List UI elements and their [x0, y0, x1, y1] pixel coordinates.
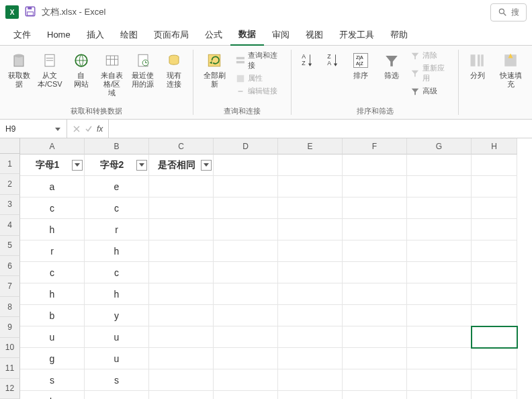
- filter-dropdown-icon[interactable]: [136, 160, 147, 171]
- cell-A12[interactable]: k: [20, 391, 85, 399]
- cell-B11[interactable]: s: [85, 369, 149, 391]
- cell-C5[interactable]: [149, 240, 214, 262]
- cell-D3[interactable]: [214, 197, 278, 219]
- cell-E3[interactable]: [278, 197, 343, 219]
- cell-E1[interactable]: [278, 154, 343, 176]
- cell-G8[interactable]: [407, 305, 472, 326]
- cell-C9[interactable]: [149, 326, 214, 348]
- cell-G12[interactable]: [407, 391, 472, 399]
- cell-B6[interactable]: c: [85, 262, 149, 283]
- cell-E5[interactable]: [278, 240, 343, 262]
- cell-D2[interactable]: [214, 176, 278, 197]
- cell-G3[interactable]: [407, 197, 472, 219]
- menu-公式[interactable]: 公式: [197, 25, 230, 45]
- menu-Home[interactable]: Home: [39, 26, 79, 44]
- save-icon[interactable]: [24, 5, 36, 19]
- cell-C7[interactable]: [149, 283, 214, 305]
- cell-E10[interactable]: [278, 348, 343, 369]
- sort-desc-button[interactable]: ZA: [321, 48, 345, 73]
- cell-C1[interactable]: 是否相同: [149, 154, 214, 176]
- cell-G1[interactable]: [407, 154, 472, 176]
- cell-E7[interactable]: [278, 283, 343, 305]
- cell-G7[interactable]: [407, 283, 472, 305]
- cell-G9[interactable]: [407, 326, 472, 348]
- ribbon-btn-2[interactable]: 自网站: [66, 48, 96, 91]
- cell-H12[interactable]: [472, 391, 517, 399]
- cell-E8[interactable]: [278, 305, 343, 326]
- ribbon-btn-1[interactable]: 从文本/CSV: [35, 48, 65, 91]
- flash-fill-button[interactable]: 快速填充: [494, 48, 528, 91]
- cell-C11[interactable]: [149, 369, 214, 391]
- cell-B9[interactable]: u: [85, 326, 149, 348]
- cell-G2[interactable]: [407, 176, 472, 197]
- ribbon-btn-3[interactable]: 来自表格/区域: [97, 48, 127, 101]
- cell-F10[interactable]: [343, 348, 407, 369]
- refresh-all-button[interactable]: 全部刷新: [197, 48, 232, 91]
- col-header[interactable]: D: [214, 138, 278, 154]
- filter-button[interactable]: 筛选: [377, 48, 406, 83]
- cell-F9[interactable]: [343, 326, 407, 348]
- col-header[interactable]: F: [343, 138, 407, 154]
- cell-C2[interactable]: [149, 176, 214, 197]
- cell-A1[interactable]: 字母1: [20, 154, 85, 176]
- col-header[interactable]: A: [20, 138, 85, 154]
- cell-B2[interactable]: e: [85, 176, 149, 197]
- cell-E12[interactable]: [278, 391, 343, 399]
- cell-D5[interactable]: [214, 240, 278, 262]
- cell-D1[interactable]: [214, 154, 278, 176]
- cell-A6[interactable]: c: [20, 262, 85, 283]
- cell-E11[interactable]: [278, 369, 343, 391]
- ribbon-btn-5[interactable]: 现有连接: [159, 48, 189, 91]
- cell-D9[interactable]: [214, 326, 278, 348]
- cell-D6[interactable]: [214, 262, 278, 283]
- col-header[interactable]: B: [85, 138, 149, 154]
- cell-H1[interactable]: [472, 154, 517, 176]
- formula-bar[interactable]: [108, 120, 532, 138]
- cell-F7[interactable]: [343, 283, 407, 305]
- menu-数据[interactable]: 数据: [230, 24, 264, 46]
- cell-F3[interactable]: [343, 197, 407, 219]
- cell-F6[interactable]: [343, 262, 407, 283]
- cell-A3[interactable]: c: [20, 197, 85, 219]
- menu-审阅[interactable]: 审阅: [264, 25, 298, 45]
- cell-E2[interactable]: [278, 176, 343, 197]
- cell-A11[interactable]: s: [20, 369, 85, 391]
- cell-H7[interactable]: [472, 283, 517, 305]
- cell-B5[interactable]: h: [85, 240, 149, 262]
- cell-F1[interactable]: [343, 154, 407, 176]
- cell-C6[interactable]: [149, 262, 214, 283]
- row-header[interactable]: 4: [0, 215, 20, 235]
- cell-F2[interactable]: [343, 176, 407, 197]
- cell-A5[interactable]: r: [20, 240, 85, 262]
- row-header[interactable]: 2: [0, 174, 20, 194]
- cell-G4[interactable]: [407, 219, 472, 240]
- row-header[interactable]: 8: [0, 297, 20, 317]
- cell-D10[interactable]: [214, 348, 278, 369]
- menu-开发工具[interactable]: 开发工具: [331, 25, 382, 45]
- cell-G10[interactable]: [407, 348, 472, 369]
- cell-E9[interactable]: [278, 326, 343, 348]
- cell-C4[interactable]: [149, 219, 214, 240]
- cell-H8[interactable]: [472, 305, 517, 326]
- menu-页面布局[interactable]: 页面布局: [146, 25, 197, 45]
- cell-G11[interactable]: [407, 369, 472, 391]
- cell-H11[interactable]: [472, 369, 517, 391]
- cell-C3[interactable]: [149, 197, 214, 219]
- cell-E4[interactable]: [278, 219, 343, 240]
- cell-F8[interactable]: [343, 305, 407, 326]
- fx-label[interactable]: fx: [97, 124, 103, 134]
- filter-dropdown-icon[interactable]: [201, 160, 212, 171]
- cell-D8[interactable]: [214, 305, 278, 326]
- cell-G6[interactable]: [407, 262, 472, 283]
- cell-H2[interactable]: [472, 176, 517, 197]
- queries-connections-button[interactable]: 查询和连接: [233, 50, 287, 71]
- sort-asc-button[interactable]: AZ: [296, 48, 319, 73]
- col-header[interactable]: G: [407, 138, 472, 154]
- cell-C8[interactable]: [149, 305, 214, 326]
- menu-帮助[interactable]: 帮助: [382, 25, 416, 45]
- cell-B8[interactable]: y: [85, 305, 149, 326]
- cell-H6[interactable]: [472, 262, 517, 283]
- cell-B12[interactable]: e: [85, 391, 149, 399]
- row-header[interactable]: 10: [0, 338, 20, 358]
- cell-F12[interactable]: [343, 391, 407, 399]
